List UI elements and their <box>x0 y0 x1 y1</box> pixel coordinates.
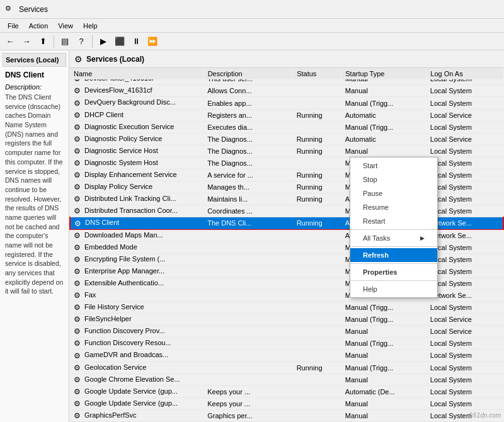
stop-service-button[interactable]: ⬛ <box>112 34 127 49</box>
table-row[interactable]: ⚙Distributed Transaction Coor...Coordina… <box>70 205 503 217</box>
table-row[interactable]: ⚙Distributed Link Tracking Cli...Maintai… <box>70 193 503 205</box>
forward-button[interactable]: → <box>19 34 34 49</box>
service-status-cell: Running <box>293 217 341 229</box>
col-header-startup[interactable]: Startup Type <box>341 68 427 80</box>
context-menu-item-resume[interactable]: Resume <box>350 200 437 214</box>
service-status-cell <box>293 229 341 241</box>
table-row[interactable]: ⚙DHCP ClientRegisters an...RunningAutoma… <box>70 109 503 121</box>
service-icon: ⚙ <box>74 351 83 360</box>
table-row[interactable]: ⚙Display Policy ServiceManages th...Runn… <box>70 181 503 193</box>
service-startup-cell: Manual <box>341 397 427 409</box>
table-row[interactable]: ⚙Diagnostic Service HostThe Diagnos...Ru… <box>70 145 503 157</box>
table-row[interactable]: ⚙FileSyncHelperManual (Trigg...Local Ser… <box>70 314 503 326</box>
menu-action[interactable]: Action <box>24 21 54 31</box>
service-name-cell: ⚙Distributed Transaction Coor... <box>70 205 203 217</box>
service-status-cell <box>293 338 341 350</box>
service-logon-cell: Local System <box>427 121 503 133</box>
service-name-text: DevQuery Background Disc... <box>84 98 176 106</box>
context-menu-item-refresh[interactable]: Refresh <box>350 248 437 262</box>
start-service-button[interactable]: ▶ <box>96 34 111 49</box>
service-name-text: Enterprise App Manager... <box>84 267 164 275</box>
table-row[interactable]: ⚙DNS ClientThe DNS Cli...RunningAutomati… <box>70 217 503 229</box>
service-status-cell <box>293 350 341 362</box>
watermark: ©51dn.com <box>469 412 501 419</box>
context-menu-item-help[interactable]: Help <box>350 282 437 296</box>
menu-view[interactable]: View <box>53 21 78 31</box>
service-icon: ⚙ <box>74 267 83 276</box>
context-menu: StartStopPauseResumeRestartAll TasksRefr… <box>350 157 438 298</box>
context-menu-item-pause[interactable]: Pause <box>350 186 437 200</box>
context-menu-item-all-tasks[interactable]: All Tasks <box>350 231 437 245</box>
table-row[interactable]: ⚙Function Discovery Resou...Manual (Trig… <box>70 338 503 350</box>
col-header-desc[interactable]: Description <box>203 68 292 80</box>
table-row[interactable]: ⚙Diagnostic Policy ServiceThe Diagnos...… <box>70 133 503 145</box>
menu-file[interactable]: File <box>3 21 24 31</box>
service-name-text: Google Chrome Elevation Se... <box>84 375 180 383</box>
context-menu-item-restart[interactable]: Restart <box>350 214 437 228</box>
service-desc-cell: The Diagnos... <box>203 157 292 169</box>
col-header-logon[interactable]: Log On As <box>427 68 503 80</box>
service-status-cell <box>293 289 341 301</box>
service-status-cell <box>293 314 341 326</box>
table-row[interactable]: ⚙DevQuery Background Disc...Enables app.… <box>70 97 503 109</box>
service-logon-cell: Local System <box>427 362 503 374</box>
service-name-cell: ⚙Geolocation Service <box>70 362 203 374</box>
service-logon-cell: Local Service <box>427 109 503 121</box>
context-menu-item-start[interactable]: Start <box>350 159 437 173</box>
table-row[interactable]: ⚙Diagnostic Execution ServiceExecutes di… <box>70 121 503 133</box>
table-row[interactable]: ⚙Display Enhancement ServiceA service fo… <box>70 169 503 181</box>
col-header-status[interactable]: Status <box>293 68 341 80</box>
table-row[interactable]: ⚙GameDVR and Broadcas...ManualLocal Syst… <box>70 350 503 362</box>
service-desc-cell: Graphics per... <box>203 409 292 421</box>
service-logon-cell: Local Service <box>427 326 503 338</box>
main-container: Services (Local) DNS Client Description:… <box>0 50 504 422</box>
service-startup-cell: Automatic <box>341 109 427 121</box>
service-icon: ⚙ <box>74 399 83 408</box>
table-row[interactable]: ⚙DevicesFlow_41631cfAllows Conn...Manual… <box>70 85 503 97</box>
show-hide-button[interactable]: ▤ <box>57 34 72 49</box>
table-row[interactable]: ⚙Embedded ModeManual (Trigg...Local Syst… <box>70 241 503 253</box>
table-row[interactable]: ⚙Function Discovery Prov...ManualLocal S… <box>70 326 503 338</box>
service-status-cell <box>293 97 341 109</box>
service-desc-cell: Maintains li... <box>203 193 292 205</box>
service-status-cell <box>293 326 341 338</box>
pause-service-button[interactable]: ⏸ <box>129 34 144 49</box>
menu-help[interactable]: Help <box>78 21 103 31</box>
help-button[interactable]: ? <box>74 34 89 49</box>
table-row[interactable]: ⚙Extensible Authenticatio...ManualLocal … <box>70 277 503 289</box>
service-status-cell <box>293 374 341 385</box>
back-button[interactable]: ← <box>3 34 18 49</box>
table-row[interactable]: ⚙Google Update Service (gup...Keeps your… <box>70 397 503 409</box>
service-name-cell: ⚙FileSyncHelper <box>70 314 203 326</box>
table-row[interactable]: ⚙Encrypting File System (...Manual (Trig… <box>70 253 503 265</box>
services-header-bar: ⚙ Services (Local) <box>69 50 504 68</box>
context-menu-item-stop[interactable]: Stop <box>350 173 437 186</box>
left-panel-title[interactable]: Services (Local) <box>3 53 66 67</box>
service-startup-cell: Automatic (De... <box>341 385 427 397</box>
service-name-cell: ⚙Diagnostic Policy Service <box>70 133 203 145</box>
col-header-name[interactable]: Name <box>70 68 203 80</box>
table-row[interactable]: ⚙Downloaded Maps Man...Automatic (De...N… <box>70 229 503 241</box>
table-row[interactable]: ⚙Diagnostic System HostThe Diagnos...Man… <box>70 157 503 169</box>
service-logon-cell: Local Service <box>427 133 503 145</box>
service-logon-cell: Local System <box>427 397 503 409</box>
service-name-text: Diagnostic Execution Service <box>84 123 174 130</box>
table-row[interactable]: ⚙Google Chrome Elevation Se...ManualLoca… <box>70 374 503 385</box>
service-name-text: Display Enhancement Service <box>84 171 177 178</box>
table-row[interactable]: ⚙FaxManualNetwork Se... <box>70 289 503 301</box>
service-name-cell: ⚙Diagnostic System Host <box>70 157 203 169</box>
restart-service-button[interactable]: ⏩ <box>145 34 160 49</box>
table-row[interactable]: ⚙GraphicsPerfSvcGraphics per...ManualLoc… <box>70 409 503 421</box>
service-name-text: GameDVR and Broadcas... <box>84 351 168 358</box>
up-button[interactable]: ⬆ <box>35 34 50 49</box>
table-row[interactable]: ⚙File History ServiceManual (Trigg...Loc… <box>70 302 503 314</box>
service-startup-cell: Manual (Trigg... <box>341 121 427 133</box>
service-logon-cell: Local System <box>427 277 503 289</box>
table-row[interactable]: ⚙Enterprise App Manager...ManualLocal Sy… <box>70 265 503 277</box>
table-row[interactable]: ⚙Google Update Service (gup...Keeps your… <box>70 385 503 397</box>
service-logon-cell: Local System <box>427 157 503 169</box>
toolbar-separator-2 <box>92 35 93 48</box>
context-menu-item-properties[interactable]: Properties <box>350 265 437 279</box>
service-logon-cell: Local System <box>427 97 503 109</box>
table-row[interactable]: ⚙Geolocation ServiceRunningManual (Trigg… <box>70 362 503 374</box>
